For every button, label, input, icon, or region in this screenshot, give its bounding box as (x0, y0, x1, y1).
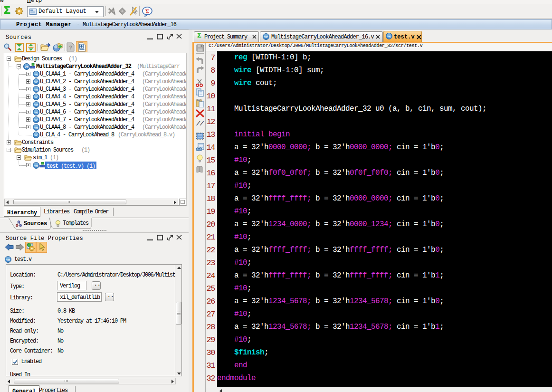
svg-text:Σ: Σ (145, 8, 150, 15)
svg-text:ve: ve (34, 103, 38, 107)
svg-text:ve: ve (34, 133, 38, 137)
svg-text:ve: ve (34, 125, 38, 130)
svg-text:ve: ve (34, 118, 38, 122)
svg-text:ve: ve (264, 35, 268, 39)
svg-text:ve: ve (34, 163, 38, 168)
svg-text:ve: ve (34, 95, 38, 99)
svg-text:ve: ve (34, 110, 38, 115)
svg-text:ve: ve (34, 87, 38, 92)
svg-text:ve: ve (6, 258, 10, 262)
svg-text:ve: ve (34, 72, 38, 76)
svg-text:?: ? (69, 45, 72, 50)
svg-text:ve: ve (387, 34, 391, 38)
svg-text:ve: ve (34, 80, 38, 84)
svg-text:ve: ve (25, 65, 29, 69)
